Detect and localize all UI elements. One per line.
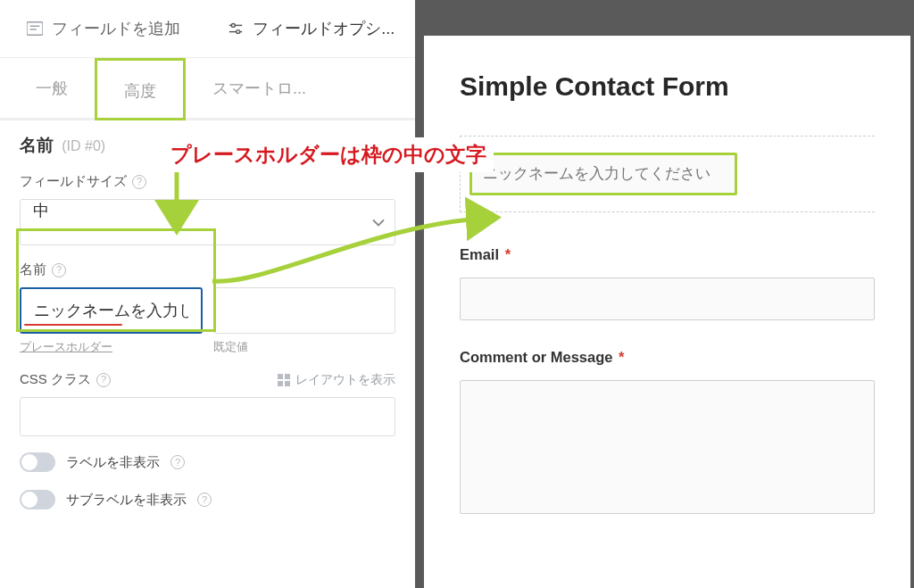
comment-field: Comment or Message * [460,349,875,514]
email-label-text: Email [460,246,499,262]
hide-sublabel-row: サブラベルを非表示 ? [20,490,415,509]
hide-label-text: ラベルを非表示 [66,454,160,471]
subtab-general[interactable]: 一般 [9,58,95,120]
help-icon[interactable]: ? [96,373,111,387]
tab-field-options[interactable]: フィールドオプシ... [208,0,416,57]
comment-label-text: Comment or Message [460,349,612,365]
placeholder-input[interactable] [20,287,203,334]
grid-icon [278,374,290,386]
subtab-general-label: 一般 [36,79,68,97]
css-class-input[interactable] [20,397,395,436]
required-indicator: * [619,349,624,365]
hide-label-toggle[interactable] [20,452,55,472]
required-indicator: * [505,246,511,262]
preview-wrap: Simple Contact Form Email * Comment or M… [415,0,914,588]
field-size-label-text: フィールドサイズ [20,173,127,190]
hide-label-row: ラベルを非表示 ? [20,452,415,472]
preview-title: Simple Contact Form [460,71,875,102]
subtab-advanced[interactable]: 高度 [95,58,186,120]
sub-tabs: 一般 高度 スマートロ... [0,58,415,120]
subtab-smartlogic[interactable]: スマートロ... [186,58,333,120]
field-size-select[interactable]: 中 [20,199,395,245]
subtab-smartlogic-label: スマートロ... [212,79,306,97]
svg-point-4 [232,23,236,27]
help-icon[interactable]: ? [132,175,146,189]
form-icon [27,21,43,37]
placeholder-sublabel: プレースホルダー [20,339,203,355]
show-layout-text: レイアウトを表示 [295,372,395,388]
name-label: 名前 ? [20,261,395,278]
hide-sublabel-text: サブラベルを非表示 [66,492,187,509]
default-value-input[interactable] [213,287,396,334]
default-sublabel: 既定値 [213,339,396,355]
svg-point-6 [237,30,240,34]
tab-field-options-label: フィールドオプシ... [253,18,395,39]
css-class-label: CSS クラス ? [20,371,111,388]
help-icon[interactable]: ? [52,263,66,277]
email-field: Email * [460,246,875,320]
name-label-text: 名前 [20,261,46,278]
name-field-block[interactable] [460,136,875,212]
annotation-text: プレースホルダーは枠の中の文字 [163,137,494,172]
top-tabs: フィールドを追加 フィールドオプシ... [0,0,415,58]
subtab-advanced-label: 高度 [124,82,156,100]
help-icon[interactable]: ? [170,455,185,469]
css-class-label-text: CSS クラス [20,371,91,388]
sliders-icon [228,21,244,37]
hide-sublabel-toggle[interactable] [20,490,55,509]
css-class-section: CSS クラス ? レイアウトを表示 [0,355,415,436]
name-section: 名前 ? プレースホルダー 既定値 [0,245,415,355]
field-size-label: フィールドサイズ ? [20,173,395,190]
side-panel: フィールドを追加 フィールドオプシ... 一般 高度 スマートロ... 名前 (… [0,0,415,588]
tab-add-field[interactable]: フィールドを追加 [0,0,208,57]
email-label: Email * [460,246,875,263]
red-underline [24,324,122,326]
field-size-value: 中 [20,199,395,245]
tab-add-field-label: フィールドを追加 [52,18,180,39]
form-preview: Simple Contact Form Email * Comment or M… [424,36,910,588]
svg-rect-0 [27,22,43,35]
panel-header-title: 名前 [20,136,54,154]
comment-textarea[interactable] [460,380,875,514]
show-layout-link[interactable]: レイアウトを表示 [278,372,395,388]
help-icon[interactable]: ? [197,493,212,507]
email-input[interactable] [460,277,875,320]
panel-header-id: (ID #0) [62,138,105,153]
comment-label: Comment or Message * [460,349,875,366]
nickname-input[interactable] [469,153,737,195]
